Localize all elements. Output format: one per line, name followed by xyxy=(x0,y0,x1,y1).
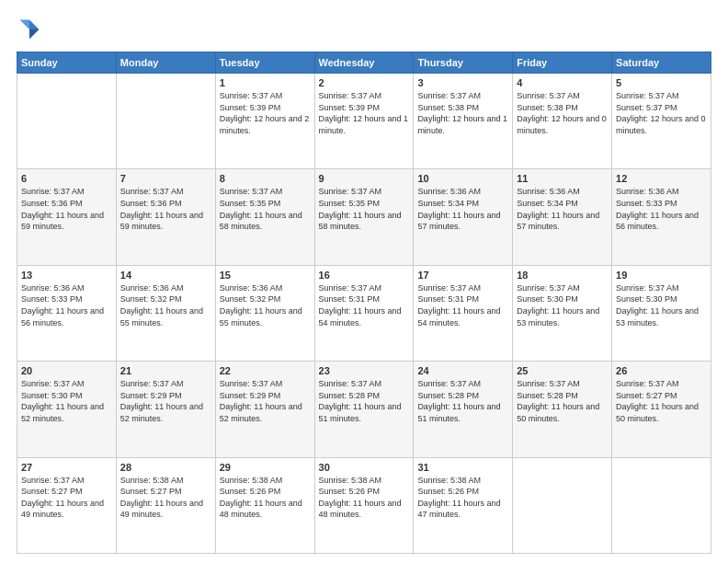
calendar-cell: 8Sunrise: 5:37 AM Sunset: 5:35 PM Daylig… xyxy=(215,169,314,265)
calendar-cell: 11Sunrise: 5:36 AM Sunset: 5:34 PM Dayli… xyxy=(513,169,612,265)
calendar-cell xyxy=(116,74,215,169)
svg-marker-2 xyxy=(20,20,30,30)
calendar-header-sunday: Sunday xyxy=(17,52,117,74)
day-info: Sunrise: 5:37 AM Sunset: 5:39 PM Dayligh… xyxy=(220,90,311,136)
calendar-header-friday: Friday xyxy=(513,52,612,74)
calendar-header-saturday: Saturday xyxy=(612,52,711,74)
calendar-header-wednesday: Wednesday xyxy=(314,52,414,74)
page: SundayMondayTuesdayWednesdayThursdayFrid… xyxy=(0,0,728,563)
day-info: Sunrise: 5:37 AM Sunset: 5:39 PM Dayligh… xyxy=(319,90,410,136)
day-info: Sunrise: 5:37 AM Sunset: 5:29 PM Dayligh… xyxy=(220,378,311,424)
calendar-header-thursday: Thursday xyxy=(414,52,513,74)
day-number: 23 xyxy=(319,365,410,376)
calendar-week-row: 6Sunrise: 5:37 AM Sunset: 5:36 PM Daylig… xyxy=(17,169,711,265)
calendar-cell: 27Sunrise: 5:37 AM Sunset: 5:27 PM Dayli… xyxy=(17,457,117,553)
calendar-cell: 1Sunrise: 5:37 AM Sunset: 5:39 PM Daylig… xyxy=(215,74,314,169)
calendar-cell: 4Sunrise: 5:37 AM Sunset: 5:38 PM Daylig… xyxy=(513,74,612,169)
day-info: Sunrise: 5:37 AM Sunset: 5:30 PM Dayligh… xyxy=(517,282,608,328)
day-info: Sunrise: 5:37 AM Sunset: 5:31 PM Dayligh… xyxy=(319,282,410,328)
calendar-cell: 23Sunrise: 5:37 AM Sunset: 5:28 PM Dayli… xyxy=(314,362,414,457)
day-number: 30 xyxy=(319,462,410,473)
day-info: Sunrise: 5:36 AM Sunset: 5:33 PM Dayligh… xyxy=(21,282,112,328)
calendar-cell: 22Sunrise: 5:37 AM Sunset: 5:29 PM Dayli… xyxy=(215,362,314,457)
day-info: Sunrise: 5:37 AM Sunset: 5:28 PM Dayligh… xyxy=(319,378,410,424)
day-info: Sunrise: 5:37 AM Sunset: 5:31 PM Dayligh… xyxy=(417,282,508,328)
calendar-cell: 2Sunrise: 5:37 AM Sunset: 5:39 PM Daylig… xyxy=(314,74,414,169)
svg-marker-1 xyxy=(29,29,40,40)
calendar-cell xyxy=(513,457,612,553)
day-number: 29 xyxy=(220,462,311,473)
day-number: 7 xyxy=(120,173,211,184)
day-number: 5 xyxy=(616,77,707,88)
calendar: SundayMondayTuesdayWednesdayThursdayFrid… xyxy=(17,52,711,554)
calendar-cell: 14Sunrise: 5:36 AM Sunset: 5:32 PM Dayli… xyxy=(116,265,215,361)
day-info: Sunrise: 5:37 AM Sunset: 5:29 PM Dayligh… xyxy=(120,378,211,424)
calendar-cell: 12Sunrise: 5:36 AM Sunset: 5:33 PM Dayli… xyxy=(612,169,711,265)
calendar-cell: 29Sunrise: 5:38 AM Sunset: 5:26 PM Dayli… xyxy=(215,457,314,553)
day-number: 17 xyxy=(417,270,508,281)
day-info: Sunrise: 5:38 AM Sunset: 5:27 PM Dayligh… xyxy=(120,475,211,521)
day-number: 27 xyxy=(21,462,112,473)
calendar-cell: 21Sunrise: 5:37 AM Sunset: 5:29 PM Dayli… xyxy=(116,362,215,457)
day-number: 28 xyxy=(120,462,211,473)
day-number: 13 xyxy=(21,270,112,281)
calendar-cell: 7Sunrise: 5:37 AM Sunset: 5:36 PM Daylig… xyxy=(116,169,215,265)
calendar-cell: 6Sunrise: 5:37 AM Sunset: 5:36 PM Daylig… xyxy=(17,169,117,265)
calendar-week-row: 13Sunrise: 5:36 AM Sunset: 5:33 PM Dayli… xyxy=(17,265,711,361)
day-number: 22 xyxy=(220,365,311,376)
calendar-cell xyxy=(17,74,117,169)
day-number: 26 xyxy=(616,365,707,376)
day-info: Sunrise: 5:37 AM Sunset: 5:36 PM Dayligh… xyxy=(21,186,112,232)
day-info: Sunrise: 5:37 AM Sunset: 5:38 PM Dayligh… xyxy=(517,90,608,136)
svg-marker-0 xyxy=(29,20,40,30)
day-info: Sunrise: 5:37 AM Sunset: 5:36 PM Dayligh… xyxy=(120,186,211,232)
day-number: 2 xyxy=(319,77,410,88)
day-number: 9 xyxy=(319,173,410,184)
day-info: Sunrise: 5:37 AM Sunset: 5:35 PM Dayligh… xyxy=(220,186,311,232)
calendar-cell: 18Sunrise: 5:37 AM Sunset: 5:30 PM Dayli… xyxy=(513,265,612,361)
day-number: 3 xyxy=(417,77,508,88)
calendar-header-row: SundayMondayTuesdayWednesdayThursdayFrid… xyxy=(17,52,711,74)
calendar-week-row: 27Sunrise: 5:37 AM Sunset: 5:27 PM Dayli… xyxy=(17,457,711,553)
day-number: 6 xyxy=(21,173,112,184)
day-info: Sunrise: 5:37 AM Sunset: 5:37 PM Dayligh… xyxy=(616,90,707,136)
calendar-cell: 26Sunrise: 5:37 AM Sunset: 5:27 PM Dayli… xyxy=(612,362,711,457)
header xyxy=(17,17,711,42)
day-number: 4 xyxy=(517,77,608,88)
day-info: Sunrise: 5:36 AM Sunset: 5:32 PM Dayligh… xyxy=(220,282,311,328)
day-number: 14 xyxy=(120,270,211,281)
logo-icon xyxy=(17,17,42,42)
day-info: Sunrise: 5:37 AM Sunset: 5:27 PM Dayligh… xyxy=(616,378,707,424)
day-info: Sunrise: 5:38 AM Sunset: 5:26 PM Dayligh… xyxy=(417,475,508,521)
calendar-cell: 30Sunrise: 5:38 AM Sunset: 5:26 PM Dayli… xyxy=(314,457,414,553)
day-number: 25 xyxy=(517,365,608,376)
day-info: Sunrise: 5:38 AM Sunset: 5:26 PM Dayligh… xyxy=(319,475,410,521)
day-info: Sunrise: 5:37 AM Sunset: 5:30 PM Dayligh… xyxy=(21,378,112,424)
day-info: Sunrise: 5:37 AM Sunset: 5:28 PM Dayligh… xyxy=(417,378,508,424)
day-number: 8 xyxy=(220,173,311,184)
calendar-header-tuesday: Tuesday xyxy=(215,52,314,74)
calendar-cell: 17Sunrise: 5:37 AM Sunset: 5:31 PM Dayli… xyxy=(414,265,513,361)
calendar-cell: 10Sunrise: 5:36 AM Sunset: 5:34 PM Dayli… xyxy=(414,169,513,265)
day-info: Sunrise: 5:38 AM Sunset: 5:26 PM Dayligh… xyxy=(220,475,311,521)
calendar-cell xyxy=(612,457,711,553)
day-number: 19 xyxy=(616,270,707,281)
day-number: 24 xyxy=(417,365,508,376)
day-number: 21 xyxy=(120,365,211,376)
calendar-cell: 24Sunrise: 5:37 AM Sunset: 5:28 PM Dayli… xyxy=(414,362,513,457)
day-info: Sunrise: 5:37 AM Sunset: 5:35 PM Dayligh… xyxy=(319,186,410,232)
calendar-cell: 28Sunrise: 5:38 AM Sunset: 5:27 PM Dayli… xyxy=(116,457,215,553)
calendar-cell: 19Sunrise: 5:37 AM Sunset: 5:30 PM Dayli… xyxy=(612,265,711,361)
day-info: Sunrise: 5:37 AM Sunset: 5:28 PM Dayligh… xyxy=(517,378,608,424)
calendar-week-row: 20Sunrise: 5:37 AM Sunset: 5:30 PM Dayli… xyxy=(17,362,711,457)
day-info: Sunrise: 5:36 AM Sunset: 5:34 PM Dayligh… xyxy=(517,186,608,232)
day-number: 16 xyxy=(319,270,410,281)
calendar-cell: 9Sunrise: 5:37 AM Sunset: 5:35 PM Daylig… xyxy=(314,169,414,265)
day-info: Sunrise: 5:37 AM Sunset: 5:27 PM Dayligh… xyxy=(21,475,112,521)
day-number: 18 xyxy=(517,270,608,281)
day-number: 12 xyxy=(616,173,707,184)
day-info: Sunrise: 5:37 AM Sunset: 5:30 PM Dayligh… xyxy=(616,282,707,328)
day-info: Sunrise: 5:36 AM Sunset: 5:33 PM Dayligh… xyxy=(616,186,707,232)
calendar-cell: 20Sunrise: 5:37 AM Sunset: 5:30 PM Dayli… xyxy=(17,362,117,457)
calendar-cell: 3Sunrise: 5:37 AM Sunset: 5:38 PM Daylig… xyxy=(414,74,513,169)
